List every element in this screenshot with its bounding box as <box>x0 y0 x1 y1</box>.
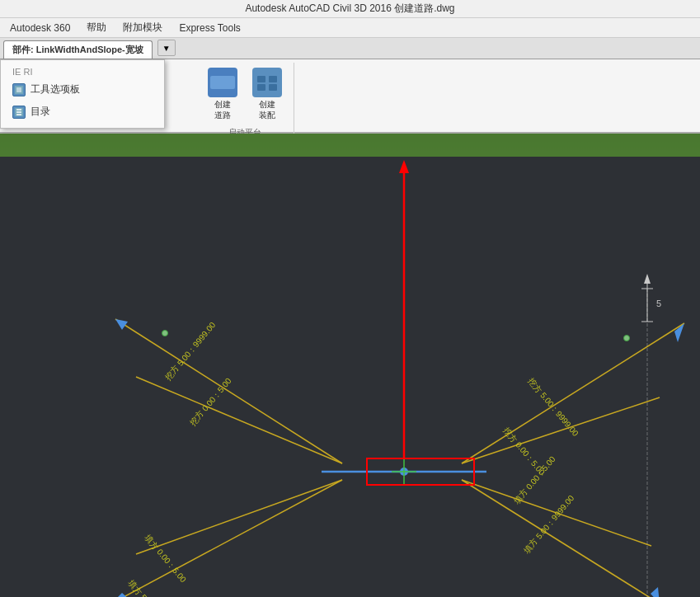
svg-line-18 <box>136 377 342 463</box>
svg-text:填方  0.00：5.00: 填方 0.00：5.00 <box>143 532 188 584</box>
menubar: Autodesk 360 帮助 附加模块 Express Tools <box>0 18 700 38</box>
dropdown-item-catalog[interactable]: 目录 <box>1 101 164 123</box>
cad-drawing: 挖方 5.00：9999.00 挖方 0.00：5.00 填方 0.00：5.0… <box>0 134 700 597</box>
tab-icon-btn[interactable]: ▼ <box>157 40 176 56</box>
svg-rect-14 <box>257 84 265 91</box>
btn-create-road-label: 创建道路 <box>214 99 231 120</box>
svg-rect-8 <box>209 69 236 96</box>
menu-addons[interactable]: 附加模块 <box>116 19 169 36</box>
svg-line-21 <box>462 323 684 463</box>
titlebar-text: Autodesk AutoCAD Civil 3D 2016 创建道路.dwg <box>245 2 454 16</box>
svg-rect-13 <box>269 76 277 82</box>
titlebar: Autodesk AutoCAD Civil 3D 2016 创建道路.dwg <box>0 0 700 18</box>
btn-create-assemble-label: 创建装配 <box>259 99 275 120</box>
tabbar: 部件: LinkWidthAndSlope-宽坡 ▼ <box>0 38 700 59</box>
tools-icon <box>12 83 26 96</box>
svg-rect-11 <box>254 69 280 96</box>
svg-text:挖方  5.00：9999.00: 挖方 5.00：9999.00 <box>526 376 580 438</box>
ribbon-group-launch: 创建道路 创建装配 启动平台 <box>196 63 294 140</box>
ribbon-dropdown: IE RI 工具选项板 目录 <box>0 59 165 129</box>
svg-rect-16 <box>0 134 700 157</box>
dropdown-item-tools[interactable]: 工具选项板 <box>1 78 164 101</box>
svg-point-30 <box>162 331 168 336</box>
svg-rect-15 <box>269 84 277 91</box>
dropdown-group-label: IE RI <box>1 65 164 78</box>
svg-line-22 <box>462 397 660 463</box>
btn-create-road[interactable]: 创建道路 <box>203 64 242 124</box>
svg-point-32 <box>624 336 630 341</box>
menu-help[interactable]: 帮助 <box>80 19 113 36</box>
svg-text:挖方  5.00：9999.00: 挖方 5.00：9999.00 <box>163 320 218 382</box>
svg-marker-39 <box>399 160 409 173</box>
svg-rect-12 <box>257 76 265 82</box>
catalog-icon <box>12 106 26 119</box>
svg-text:5: 5 <box>656 298 661 308</box>
menu-expresstools[interactable]: Express Tools <box>172 21 247 35</box>
svg-line-20 <box>136 480 342 554</box>
svg-marker-37 <box>651 587 660 597</box>
menu-autodesk360[interactable]: Autodesk 360 <box>3 21 77 35</box>
tab-linkwidth[interactable]: 部件: LinkWidthAndSlope-宽坡 <box>3 40 153 59</box>
ribbon: ▲ ▼ IE RI 工具选项板 目录 <box>0 59 700 134</box>
btn-create-assemble[interactable]: 创建装配 <box>247 64 287 124</box>
cad-canvas[interactable]: 挖方 5.00：9999.00 挖方 0.00：5.00 填方 0.00：5.0… <box>0 134 700 597</box>
svg-marker-44 <box>644 274 651 284</box>
svg-rect-9 <box>211 78 234 87</box>
svg-marker-34 <box>115 319 128 330</box>
svg-line-17 <box>115 319 342 463</box>
assemble-icon <box>252 68 282 97</box>
road-icon <box>208 68 237 97</box>
